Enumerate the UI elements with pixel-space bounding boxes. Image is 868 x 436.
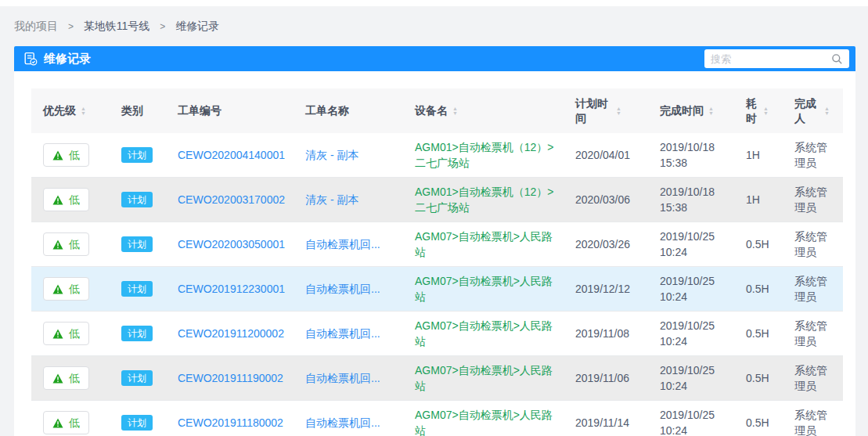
device-name-text: AGM07>自动检票机>人民路站 bbox=[415, 273, 556, 304]
table-row[interactable]: 低 计划 CEWO202004140001 清灰 - 副本 AGM01>自动检票… bbox=[31, 133, 843, 178]
table-row[interactable]: 低 计划 CEWO201911200002 自动检票机回... AGM07>自动… bbox=[31, 312, 843, 356]
warning-triangle-icon bbox=[52, 373, 63, 384]
sort-arrows-icon[interactable]: ▲▼ bbox=[81, 106, 86, 116]
breadcrumb-item-my-projects[interactable]: 我的项目 bbox=[14, 20, 58, 32]
order-name-link[interactable]: 自动检票机回... bbox=[305, 370, 380, 386]
duration-text: 0.5H bbox=[746, 370, 769, 386]
category-cell: 计划 bbox=[110, 222, 166, 266]
finish-time-text: 2019/10/25 10:24 bbox=[660, 318, 726, 349]
priority-cell: 低 bbox=[31, 356, 110, 400]
table-row[interactable]: 低 计划 CEWO201911190002 自动检票机回... AGM07>自动… bbox=[31, 356, 843, 401]
warning-triangle-icon bbox=[52, 418, 63, 428]
duration-cell: 0.5H bbox=[734, 356, 783, 400]
column-header-order-number: 工单编号 bbox=[166, 88, 294, 133]
duration-cell: 0.5H bbox=[734, 267, 783, 311]
duration-text: 1H bbox=[746, 192, 760, 207]
planned-time-cell: 2020/03/06 bbox=[564, 178, 648, 222]
planned-time-text: 2019/11/08 bbox=[575, 326, 629, 341]
priority-badge[interactable]: 低 bbox=[43, 366, 89, 390]
priority-badge[interactable]: 低 bbox=[43, 188, 89, 211]
order-name-link[interactable]: 清灰 - 副本 bbox=[305, 147, 358, 163]
priority-label: 低 bbox=[69, 370, 80, 386]
planned-time-text: 2019/11/06 bbox=[575, 370, 629, 386]
duration-text: 0.5H bbox=[746, 326, 769, 341]
column-header-planned-time[interactable]: 计划时间 ▲▼ bbox=[564, 88, 648, 133]
sort-arrows-icon[interactable]: ▲▼ bbox=[763, 106, 769, 116]
finisher-cell: 系统管理员 bbox=[783, 222, 843, 266]
category-cell: 计划 bbox=[110, 312, 166, 355]
finisher-cell: 系统管理员 bbox=[783, 178, 843, 222]
column-header-finisher[interactable]: 完成人 ▲▼ bbox=[783, 88, 843, 133]
column-header-finish-time[interactable]: 完成时间 ▲▼ bbox=[648, 88, 734, 133]
column-header-device-name[interactable]: 设备名 ▲▼ bbox=[403, 88, 564, 133]
order-name-link[interactable]: 自动检票机回... bbox=[305, 236, 380, 252]
finish-time-text: 2019/10/25 10:24 bbox=[660, 362, 726, 394]
order-number-link[interactable]: CEWO201911180002 bbox=[178, 415, 283, 431]
order-number-link[interactable]: CEWO202004140001 bbox=[178, 147, 285, 163]
order-name-link[interactable]: 自动检票机回... bbox=[305, 281, 380, 297]
magnifier-icon[interactable] bbox=[831, 53, 843, 65]
finisher-text: 系统管理员 bbox=[794, 273, 832, 304]
order-name-link[interactable]: 自动检票机回... bbox=[305, 326, 380, 341]
order-number-link[interactable]: CEWO201911190002 bbox=[178, 370, 283, 386]
duration-cell: 0.5H bbox=[734, 312, 783, 355]
table-row[interactable]: 低 计划 CEWO202003050001 自动检票机回... AGM07>自动… bbox=[31, 222, 843, 267]
order-number-link[interactable]: CEWO201911200002 bbox=[178, 326, 284, 341]
finisher-text: 系统管理员 bbox=[794, 139, 832, 171]
panel-header: 维修记录 bbox=[14, 46, 855, 71]
priority-badge[interactable]: 低 bbox=[43, 322, 89, 345]
order-name-link[interactable]: 自动检票机回... bbox=[305, 415, 380, 431]
finisher-cell: 系统管理员 bbox=[783, 356, 843, 400]
planned-time-cell: 2019/11/14 bbox=[564, 401, 648, 436]
search-input[interactable] bbox=[711, 53, 831, 65]
device-name-cell: AGM01>自动检票机（12）>二七广场站 bbox=[403, 133, 564, 177]
finish-time-text: 2019/10/18 15:38 bbox=[660, 139, 726, 171]
priority-badge[interactable]: 低 bbox=[43, 232, 89, 256]
device-name-cell: AGM07>自动检票机>人民路站 bbox=[403, 356, 564, 400]
sort-arrows-icon[interactable]: ▲▼ bbox=[708, 106, 714, 116]
finish-time-cell: 2019/10/18 15:38 bbox=[648, 178, 734, 222]
table-row[interactable]: 低 计划 CEWO201911180002 自动检票机回... AGM07>自动… bbox=[31, 401, 843, 436]
breadcrumb: 我的项目 > 某地铁11号线 > 维修记录 bbox=[0, 6, 868, 46]
table-row[interactable]: 低 计划 CEWO202003170002 清灰 - 副本 AGM01>自动检票… bbox=[31, 178, 843, 222]
finisher-text: 系统管理员 bbox=[794, 229, 832, 260]
order-name-cell: 自动检票机回... bbox=[294, 267, 403, 311]
finish-time-cell: 2019/10/25 10:24 bbox=[648, 222, 734, 266]
priority-cell: 低 bbox=[31, 178, 110, 222]
sort-arrows-icon[interactable]: ▲▼ bbox=[616, 106, 621, 116]
order-name-cell: 自动检票机回... bbox=[294, 356, 403, 400]
sort-arrows-icon[interactable]: ▲▼ bbox=[824, 106, 830, 116]
order-name-cell: 清灰 - 副本 bbox=[294, 178, 403, 222]
category-badge: 计划 bbox=[121, 147, 153, 163]
warning-triangle-icon bbox=[52, 150, 63, 160]
priority-badge[interactable]: 低 bbox=[43, 143, 89, 167]
finisher-text: 系统管理员 bbox=[794, 362, 832, 394]
priority-label: 低 bbox=[69, 326, 80, 341]
priority-badge[interactable]: 低 bbox=[43, 411, 89, 434]
column-header-priority[interactable]: 优先级 ▲▼ bbox=[31, 88, 110, 133]
search-box[interactable] bbox=[704, 49, 849, 68]
finish-time-text: 2019/10/25 10:24 bbox=[660, 407, 726, 436]
sort-arrows-icon[interactable]: ▲▼ bbox=[452, 106, 458, 116]
priority-badge[interactable]: 低 bbox=[43, 277, 89, 301]
priority-label: 低 bbox=[69, 281, 80, 297]
duration-cell: 1H bbox=[734, 133, 783, 177]
device-name-text: AGM07>自动检票机>人民路站 bbox=[415, 362, 556, 394]
column-header-duration[interactable]: 耗时 ▲▼ bbox=[734, 88, 783, 133]
device-name-cell: AGM01>自动检票机（12）>二七广场站 bbox=[403, 178, 564, 222]
priority-label: 低 bbox=[69, 192, 80, 207]
breadcrumb-item-metro-line[interactable]: 某地铁11号线 bbox=[84, 20, 150, 32]
order-name-link[interactable]: 清灰 - 副本 bbox=[305, 192, 358, 207]
order-number-cell: CEWO202003170002 bbox=[166, 178, 294, 222]
priority-cell: 低 bbox=[31, 401, 110, 436]
order-number-link[interactable]: CEWO201912230001 bbox=[178, 281, 285, 297]
table-body: 低 计划 CEWO202004140001 清灰 - 副本 AGM01>自动检票… bbox=[31, 133, 843, 436]
records-table: 优先级 ▲▼ 类别 工单编号 工单名称 设备名 ▲▼ 计划时间 ▲▼ 完成时间 bbox=[14, 71, 855, 436]
table-row[interactable]: 低 计划 CEWO201912230001 自动检票机回... AGM07>自动… bbox=[31, 267, 843, 312]
order-number-link[interactable]: CEWO202003050001 bbox=[178, 236, 285, 252]
warning-triangle-icon bbox=[52, 329, 63, 339]
priority-cell: 低 bbox=[31, 222, 110, 266]
order-number-link[interactable]: CEWO202003170002 bbox=[178, 192, 285, 207]
priority-label: 低 bbox=[69, 415, 80, 431]
finish-time-cell: 2019/10/25 10:24 bbox=[648, 312, 734, 355]
